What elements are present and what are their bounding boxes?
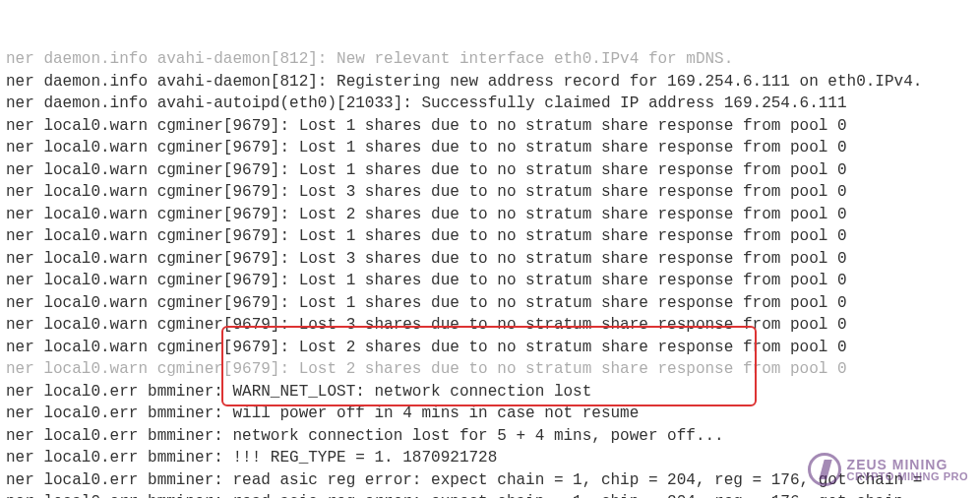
log-line: ner local0.warn cgminer[9679]: Lost 3 sh… xyxy=(6,181,974,204)
log-line: ner local0.err bmminer: !!! REG_TYPE = 1… xyxy=(6,447,974,469)
log-area: ner daemon.info avahi-daemon[812]: New r… xyxy=(0,0,980,498)
log-line: ner local0.warn cgminer[9679]: Lost 1 sh… xyxy=(6,225,974,248)
log-line: ner local0.warn cgminer[9679]: Lost 2 sh… xyxy=(6,337,974,359)
log-line: ner local0.warn cgminer[9679]: Lost 1 sh… xyxy=(6,159,974,182)
log-line: ner local0.warn cgminer[9679]: Lost 2 sh… xyxy=(6,358,974,381)
log-line: ner local0.warn cgminer[9679]: Lost 3 sh… xyxy=(6,314,974,337)
log-line: ner local0.warn cgminer[9679]: Lost 2 sh… xyxy=(6,204,974,226)
log-line: ner local0.warn cgminer[9679]: Lost 1 sh… xyxy=(6,292,974,315)
log-line: ner daemon.info avahi-daemon[812]: New r… xyxy=(6,48,974,71)
log-line: ner daemon.info avahi-daemon[812]: Regis… xyxy=(6,71,974,93)
log-line: ner local0.warn cgminer[9679]: Lost 1 sh… xyxy=(6,115,974,138)
log-line: ner local0.err bmminer: read asic reg er… xyxy=(6,491,974,498)
log-line: ner local0.err bmminer: network connecti… xyxy=(6,425,974,448)
log-line: ner local0.warn cgminer[9679]: Lost 3 sh… xyxy=(6,248,974,271)
log-line: ner local0.err bmminer: will power off i… xyxy=(6,403,974,425)
log-line: ner local0.warn cgminer[9679]: Lost 1 sh… xyxy=(6,137,974,159)
log-line: ner local0.err bmminer: read asic reg er… xyxy=(6,469,974,492)
log-line: ner daemon.info avahi-autoipd(eth0)[2103… xyxy=(6,93,974,115)
log-line: ner local0.warn cgminer[9679]: Lost 1 sh… xyxy=(6,270,974,292)
log-line: ner local0.err bmminer: WARN_NET_LOST: n… xyxy=(6,381,974,404)
